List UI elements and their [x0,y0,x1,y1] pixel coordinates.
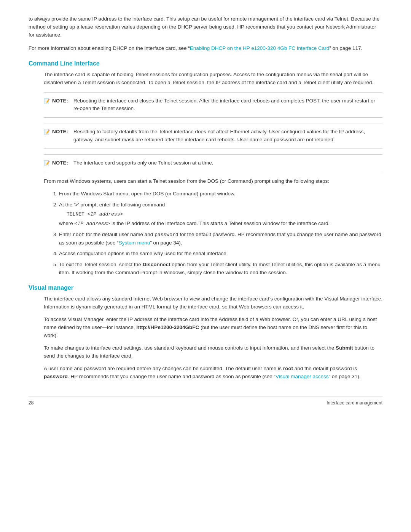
visual-manager-body: The interface card allows any standard I… [44,295,382,380]
url-bold: http://HPe1200-3204GbFC [136,324,199,330]
intro-para-1: to always provide the same IP address to… [29,15,382,39]
note-1-label-text: NOTE: [52,97,68,105]
page-number: 28 [29,400,33,406]
note-3-label: 📝 NOTE: [44,159,70,167]
telnet-command: TELNET <IP address> [67,211,382,218]
note-1-label: 📝 NOTE: [44,97,70,105]
visual-manager-access-link[interactable]: Visual manager access [276,374,328,379]
note-1: 📝 NOTE: Rebooting the interface card clo… [44,92,382,118]
disconnect-bold: Disconnect [143,262,170,267]
note-3: 📝 NOTE: The interface card supports only… [44,154,382,172]
note-icon-2: 📝 [44,128,50,136]
cli-intro-para: The interface card is capable of holding… [44,71,382,87]
intro-para-2: For more information about enabling DHCP… [29,45,382,53]
password-bold: password [44,374,68,379]
page-footer: 28 Interface card management [29,396,382,406]
cli-section-heading: Command Line Interface [29,60,382,67]
note-icon-1: 📝 [44,97,50,105]
footer-section-title: Interface card management [327,400,382,406]
submit-bold: Submit [336,345,353,351]
vm-para-2: To access Visual Manager, enter the IP a… [44,316,382,340]
vm-para-3: To make changes to interface card settin… [44,344,382,360]
note-2-label-text: NOTE: [52,128,68,136]
step-2: At the ‘>’ prompt, enter the following c… [59,201,382,228]
note-icon-3: 📝 [44,160,50,167]
note-2-content: Resetting to factory defaults from the T… [73,128,382,144]
system-menu-link[interactable]: System menu [119,240,150,246]
root-bold: root [283,366,293,371]
vm-para-1: The interface card allows any standard I… [44,295,382,311]
note-3-label-text: NOTE: [52,159,68,167]
vm-para-4: A user name and password are required be… [44,365,382,381]
note-1-content: Rebooting the interface card closes the … [73,97,382,113]
cli-section-body: The interface card is capable of holding… [44,71,382,277]
step-1: From the Windows Start menu, open the DO… [59,190,382,198]
root-code: root [73,232,84,238]
step-4: Access configuration options in the same… [59,250,382,258]
ip-address-code: IP address [77,221,107,227]
password-code: password [155,232,178,238]
page-content: to always provide the same IP address to… [0,0,411,428]
step-3: Enter root for the default user name and… [59,231,382,247]
dhcp-link[interactable]: Enabling DHCP on the HP e1200-320 4Gb FC… [190,45,329,51]
note-2-label: 📝 NOTE: [44,128,70,136]
step-5: To exit the Telnet session, select the D… [59,261,382,277]
visual-manager-heading: Visual manager [29,284,382,291]
after-notes-para: From most Windows systems, users can sta… [44,177,382,185]
note-3-content: The interface card supports only one Tel… [73,159,213,167]
steps-list: From the Windows Start menu, open the DO… [59,190,382,277]
note-2: 📝 NOTE: Resetting to factory defaults fr… [44,123,382,149]
